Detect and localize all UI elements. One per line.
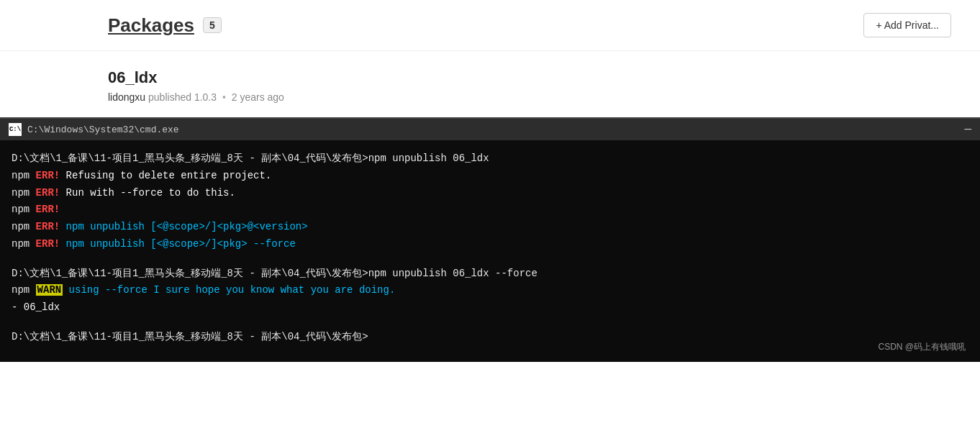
err-text-2: Refusing to delete entire project. <box>60 170 271 181</box>
terminal-line-1: D:\文档\1_备课\11-项目1_黑马头条_移动端_8天 - 副本\04_代码… <box>12 150 968 168</box>
err-label-6: ERR! <box>36 238 60 250</box>
npm-kw-6: npm <box>12 238 36 250</box>
terminal-path-10: D:\文档\1_备课\11-项目1_黑马头条_移动端_8天 - 副本\04_代码… <box>12 331 368 342</box>
terminal-line-10: D:\文档\1_备课\11-项目1_黑马头条_移动端_8天 - 副本\04_代码… <box>12 329 968 346</box>
packages-title-area: Packages 5 <box>108 14 222 37</box>
terminal-icon-label: C:\ <box>9 126 21 133</box>
npm-kw-3: npm <box>12 187 36 199</box>
packages-title: Packages <box>108 14 194 37</box>
terminal-minimize-button[interactable]: — <box>964 123 971 136</box>
package-version: 1.0.3 <box>194 91 217 103</box>
npm-kw-2: npm <box>12 170 36 181</box>
terminal-line-7: D:\文档\1_备课\11-项目1_黑马头条_移动端_8天 - 副本\04_代码… <box>12 265 968 283</box>
package-name: 06_ldx <box>108 68 951 87</box>
err-text-6: npm unpublish [<@scope>/]<pkg> --force <box>60 238 296 250</box>
ago-label: ago <box>268 91 284 103</box>
packages-count: 5 <box>203 17 222 33</box>
warn-label-8: WARN <box>36 284 63 296</box>
package-age: 2 <box>232 91 237 103</box>
err-label-5: ERR! <box>36 221 60 232</box>
terminal-window: C:\ C:\Windows\System32\cmd.exe — D:\文档\… <box>0 117 980 362</box>
terminal-titlebar: C:\ C:\Windows\System32\cmd.exe — <box>0 119 980 140</box>
package-entry: 06_ldx lidongxu published 1.0.3 • 2 year… <box>0 51 980 117</box>
top-bar: Packages 5 + Add Privat... <box>0 0 980 51</box>
err-label-2: ERR! <box>36 170 60 181</box>
err-label-3: ERR! <box>36 187 60 199</box>
npm-kw-4: npm <box>12 204 36 215</box>
terminal-line-9: - 06_ldx <box>12 299 968 317</box>
terminal-icon: C:\ <box>9 123 22 136</box>
err-text-5: npm unpublish [<@scope>/]<pkg>@<version> <box>60 221 307 232</box>
years-label: years <box>240 91 267 103</box>
warn-text-8: using --force I sure hope you know what … <box>63 284 395 296</box>
terminal-line-8: npm WARN using --force I sure hope you k… <box>12 282 968 299</box>
package-meta: lidongxu published 1.0.3 • 2 years ago <box>108 91 951 103</box>
terminal-line-3: npm ERR! Run with --force to do this. <box>12 185 968 202</box>
terminal-titlebar-left: C:\ C:\Windows\System32\cmd.exe <box>9 123 179 136</box>
err-label-4: ERR! <box>36 204 60 215</box>
watermark: CSDN @码上有钱哦吼 <box>878 341 966 353</box>
add-private-button[interactable]: + Add Privat... <box>863 13 951 37</box>
package-author: lidongxu <box>108 91 145 103</box>
terminal-cmd-7: npm unpublish 06_ldx --force <box>368 268 537 279</box>
terminal-body: D:\文档\1_备课\11-项目1_黑马头条_移动端_8天 - 副本\04_代码… <box>0 140 980 356</box>
terminal-line-2: npm ERR! Refusing to delete entire proje… <box>12 168 968 185</box>
terminal-line-4: npm ERR! <box>12 201 968 219</box>
err-text-3: Run with --force to do this. <box>60 187 235 199</box>
success-text-9: - 06_ldx <box>12 301 60 313</box>
npm-kw-5: npm <box>12 221 36 232</box>
separator-dot: • <box>222 91 226 103</box>
terminal-line-6: npm ERR! npm unpublish [<@scope>/]<pkg> … <box>12 236 968 253</box>
terminal-path-1: D:\文档\1_备课\11-项目1_黑马头条_移动端_8天 - 副本\04_代码… <box>12 153 368 164</box>
terminal-cmd-1: npm unpublish 06_ldx <box>368 153 489 164</box>
terminal-title-text: C:\Windows\System32\cmd.exe <box>27 124 179 135</box>
npm-kw-8: npm <box>12 284 36 296</box>
terminal-blank-2 <box>12 317 968 329</box>
terminal-blank-1 <box>12 253 968 265</box>
published-label: published <box>148 91 191 103</box>
terminal-path-7: D:\文档\1_备课\11-项目1_黑马头条_移动端_8天 - 副本\04_代码… <box>12 268 368 279</box>
terminal-line-5: npm ERR! npm unpublish [<@scope>/]<pkg>@… <box>12 219 968 236</box>
